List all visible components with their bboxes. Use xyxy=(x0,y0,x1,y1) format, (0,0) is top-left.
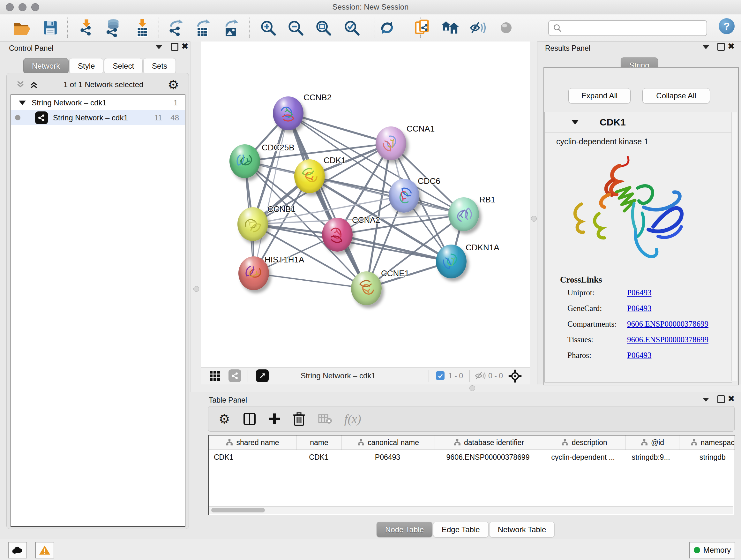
control-panel-collapse-icon[interactable] xyxy=(156,45,162,49)
zoom-selected-button[interactable] xyxy=(341,17,362,38)
table-panel-close-icon[interactable]: ✖ xyxy=(728,395,735,403)
table-row[interactable]: CDK1CDK1P064939606.ENSP00000378699cyclin… xyxy=(209,450,735,464)
hidden-eye-icon[interactable] xyxy=(474,371,486,381)
help-button[interactable]: ? xyxy=(719,18,735,34)
node-CDC6[interactable] xyxy=(389,179,419,212)
node-CCNB2[interactable] xyxy=(273,97,304,130)
cell-database-identifier[interactable]: 9606.ENSP00000378699 xyxy=(434,453,542,462)
crosslink-value-link[interactable]: 9606.ENSP00000378699 xyxy=(627,320,709,328)
tab-edge-table[interactable]: Edge Table xyxy=(433,522,488,537)
collapse-all-networks-icon[interactable] xyxy=(15,80,26,89)
table-panel-collapse-icon[interactable] xyxy=(703,398,709,401)
import-network-from-database-button[interactable] xyxy=(103,17,123,38)
node-CCNA1[interactable] xyxy=(376,126,406,160)
network-collection-row[interactable]: String Network – cdk1 1 xyxy=(11,95,185,110)
birdseye-view-icon[interactable] xyxy=(256,369,269,382)
import-network-from-file-button[interactable] xyxy=(76,17,97,38)
edge-CCNB2-HIST1H1A[interactable] xyxy=(254,113,288,273)
memory-button[interactable]: Memory xyxy=(689,542,735,558)
node-CCNA2[interactable] xyxy=(322,218,353,252)
results-panel-close-icon[interactable]: ✖ xyxy=(728,42,735,51)
crosslink-value-link[interactable]: P06493 xyxy=(627,288,651,297)
clone-network-button[interactable] xyxy=(412,17,432,38)
crosslink-value-link[interactable]: P06493 xyxy=(627,351,651,360)
show-columns-icon[interactable] xyxy=(243,412,256,426)
collection-expander-icon[interactable] xyxy=(19,101,26,105)
column-header-name[interactable]: name xyxy=(297,435,342,449)
results-scrollbar[interactable] xyxy=(731,112,737,381)
node-table[interactable]: shared namenamecanonical namedatabase id… xyxy=(208,435,735,515)
cell-shared-name[interactable]: CDK1 xyxy=(209,453,296,462)
export-image-button[interactable] xyxy=(221,17,241,38)
first-neighbors-refresh-button[interactable] xyxy=(377,17,397,38)
export-table-button[interactable] xyxy=(192,17,213,38)
tab-network-table[interactable]: Network Table xyxy=(489,522,555,537)
zoom-fit-button[interactable] xyxy=(313,17,333,38)
tab-node-table[interactable]: Node Table xyxy=(377,522,432,537)
cell-canonical-name[interactable]: P06493 xyxy=(341,453,434,462)
collapse-all-button[interactable]: Collapse All xyxy=(643,88,710,104)
table-panel-float-icon[interactable] xyxy=(718,395,725,403)
import-table-from-file-button[interactable] xyxy=(132,17,152,38)
string-home-button[interactable] xyxy=(440,17,461,38)
node-RB1[interactable] xyxy=(448,197,479,231)
control-panel-float-icon[interactable] xyxy=(171,43,179,51)
horizontal-splitter[interactable] xyxy=(201,384,741,392)
create-column-plus-icon[interactable] xyxy=(268,412,281,426)
network-canvas[interactable]: CCNB2 CCNA1 CDC25B CDK1 CDC6 RB1 xyxy=(201,42,530,367)
show-hidden-button[interactable] xyxy=(496,17,516,38)
cell-name[interactable]: CDK1 xyxy=(296,453,341,462)
crosslink-value-link[interactable]: 9606.ENSP00000378699 xyxy=(627,335,709,344)
save-session-button[interactable] xyxy=(40,17,60,38)
search-box[interactable] xyxy=(548,20,707,36)
tab-style[interactable]: Style xyxy=(69,58,104,74)
left-splitter-handle[interactable] xyxy=(193,286,199,292)
column-header-description[interactable]: description xyxy=(543,435,626,449)
right-splitter-handle[interactable] xyxy=(531,216,537,222)
export-network-button[interactable] xyxy=(165,17,186,38)
network-row-selected[interactable]: String Network – cdk1 11 48 xyxy=(11,110,185,125)
grid-view-icon[interactable] xyxy=(209,370,221,382)
cloud-button[interactable] xyxy=(8,542,27,558)
column-header-database-identifier[interactable]: database identifier xyxy=(435,435,543,449)
network-options-gear-icon[interactable]: ⚙ xyxy=(167,78,179,91)
column-header-namespace[interactable]: namespace xyxy=(679,435,735,449)
node-CDK1[interactable] xyxy=(294,159,325,193)
table-options-gear-icon[interactable]: ⚙ xyxy=(219,413,230,425)
expand-all-networks-icon[interactable] xyxy=(28,80,39,89)
cell-@id[interactable]: stringdb:9... xyxy=(624,453,677,462)
open-session-button[interactable] xyxy=(11,17,32,38)
table-horizontal-scrollbar[interactable] xyxy=(209,506,733,514)
node-CCNB1[interactable] xyxy=(238,207,268,241)
zoom-out-button[interactable] xyxy=(285,17,306,38)
gene-section-header[interactable]: CDK1 xyxy=(545,112,732,133)
results-panel-float-icon[interactable] xyxy=(718,43,725,51)
node-CDC25B[interactable] xyxy=(229,144,260,178)
expand-all-button[interactable]: Expand All xyxy=(568,88,630,104)
crosslink-value-link[interactable]: P06493 xyxy=(627,304,651,313)
gene-section-expander-icon[interactable] xyxy=(571,120,579,125)
node-CDKN1A[interactable] xyxy=(436,245,467,278)
node-CCNE1[interactable] xyxy=(351,271,382,305)
fit-content-crosshair-icon[interactable] xyxy=(508,369,522,383)
left-splitter[interactable] xyxy=(190,42,202,392)
cell-namespace[interactable]: stringdb xyxy=(677,453,735,462)
column-header-canonical-name[interactable]: canonical name xyxy=(342,435,435,449)
hide-selected-button[interactable] xyxy=(468,17,488,38)
results-panel-collapse-icon[interactable] xyxy=(703,45,709,49)
tab-select[interactable]: Select xyxy=(104,58,143,74)
column-header-shared-name[interactable]: shared name xyxy=(209,435,297,449)
cell-description[interactable]: cyclin-dependent ... xyxy=(542,453,624,462)
warning-button[interactable] xyxy=(35,542,54,558)
column-header-@id[interactable]: @id xyxy=(626,435,679,449)
selected-checkbox-icon[interactable] xyxy=(436,371,445,380)
table-scrollbar-thumb[interactable] xyxy=(211,508,265,512)
network-share-icon[interactable] xyxy=(228,369,241,382)
zoom-in-button[interactable] xyxy=(258,17,278,38)
tab-sets[interactable]: Sets xyxy=(143,58,176,74)
search-input[interactable] xyxy=(565,23,706,33)
control-panel-close-icon[interactable]: ✖ xyxy=(181,42,189,51)
horizontal-splitter-handle[interactable] xyxy=(469,385,475,391)
delete-column-trash-icon[interactable] xyxy=(293,412,306,426)
right-splitter[interactable] xyxy=(530,42,537,384)
